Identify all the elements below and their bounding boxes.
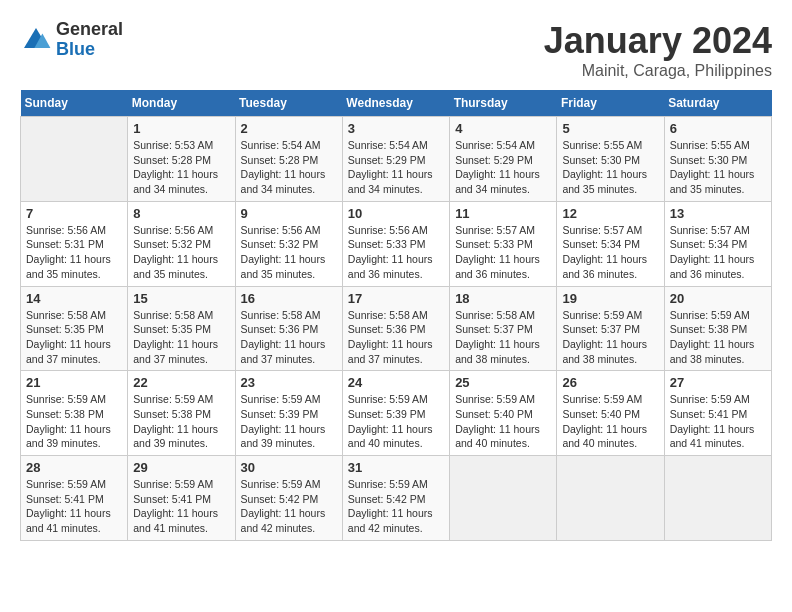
logo: General Blue [20,20,123,60]
day-number: 3 [348,121,444,136]
calendar-cell: 11 Sunrise: 5:57 AMSunset: 5:33 PMDaylig… [450,201,557,286]
weekday-row: Sunday Monday Tuesday Wednesday Thursday… [21,90,772,117]
header-thursday: Thursday [450,90,557,117]
header-tuesday: Tuesday [235,90,342,117]
day-number: 13 [670,206,766,221]
calendar-cell: 15 Sunrise: 5:58 AMSunset: 5:35 PMDaylig… [128,286,235,371]
calendar-cell: 18 Sunrise: 5:58 AMSunset: 5:37 PMDaylig… [450,286,557,371]
day-info: Sunrise: 5:56 AMSunset: 5:31 PMDaylight:… [26,223,122,282]
calendar-cell: 12 Sunrise: 5:57 AMSunset: 5:34 PMDaylig… [557,201,664,286]
day-info: Sunrise: 5:59 AMSunset: 5:40 PMDaylight:… [455,392,551,451]
day-number: 5 [562,121,658,136]
calendar-cell: 27 Sunrise: 5:59 AMSunset: 5:41 PMDaylig… [664,371,771,456]
calendar-cell: 1 Sunrise: 5:53 AMSunset: 5:28 PMDayligh… [128,117,235,202]
header-friday: Friday [557,90,664,117]
day-number: 27 [670,375,766,390]
calendar-cell: 30 Sunrise: 5:59 AMSunset: 5:42 PMDaylig… [235,456,342,541]
day-number: 10 [348,206,444,221]
calendar-cell: 26 Sunrise: 5:59 AMSunset: 5:40 PMDaylig… [557,371,664,456]
day-number: 2 [241,121,337,136]
day-number: 23 [241,375,337,390]
day-info: Sunrise: 5:59 AMSunset: 5:38 PMDaylight:… [133,392,229,451]
calendar-cell: 29 Sunrise: 5:59 AMSunset: 5:41 PMDaylig… [128,456,235,541]
day-info: Sunrise: 5:59 AMSunset: 5:37 PMDaylight:… [562,308,658,367]
day-info: Sunrise: 5:59 AMSunset: 5:38 PMDaylight:… [26,392,122,451]
day-info: Sunrise: 5:54 AMSunset: 5:28 PMDaylight:… [241,138,337,197]
calendar-cell [450,456,557,541]
calendar-cell: 7 Sunrise: 5:56 AMSunset: 5:31 PMDayligh… [21,201,128,286]
day-info: Sunrise: 5:59 AMSunset: 5:42 PMDaylight:… [241,477,337,536]
day-number: 11 [455,206,551,221]
day-number: 15 [133,291,229,306]
calendar-week-0: 1 Sunrise: 5:53 AMSunset: 5:28 PMDayligh… [21,117,772,202]
header-saturday: Saturday [664,90,771,117]
calendar-week-3: 21 Sunrise: 5:59 AMSunset: 5:38 PMDaylig… [21,371,772,456]
day-info: Sunrise: 5:55 AMSunset: 5:30 PMDaylight:… [670,138,766,197]
title-block: January 2024 Mainit, Caraga, Philippines [544,20,772,80]
day-info: Sunrise: 5:58 AMSunset: 5:35 PMDaylight:… [26,308,122,367]
calendar-cell: 19 Sunrise: 5:59 AMSunset: 5:37 PMDaylig… [557,286,664,371]
calendar-cell: 24 Sunrise: 5:59 AMSunset: 5:39 PMDaylig… [342,371,449,456]
calendar-cell: 13 Sunrise: 5:57 AMSunset: 5:34 PMDaylig… [664,201,771,286]
logo-blue: Blue [56,40,123,60]
day-number: 18 [455,291,551,306]
day-number: 4 [455,121,551,136]
calendar-week-4: 28 Sunrise: 5:59 AMSunset: 5:41 PMDaylig… [21,456,772,541]
calendar-cell [557,456,664,541]
logo-general: General [56,20,123,40]
day-info: Sunrise: 5:56 AMSunset: 5:33 PMDaylight:… [348,223,444,282]
calendar-cell: 5 Sunrise: 5:55 AMSunset: 5:30 PMDayligh… [557,117,664,202]
day-info: Sunrise: 5:54 AMSunset: 5:29 PMDaylight:… [455,138,551,197]
day-info: Sunrise: 5:59 AMSunset: 5:39 PMDaylight:… [241,392,337,451]
calendar-cell: 17 Sunrise: 5:58 AMSunset: 5:36 PMDaylig… [342,286,449,371]
calendar-cell: 28 Sunrise: 5:59 AMSunset: 5:41 PMDaylig… [21,456,128,541]
logo-icon [20,24,52,56]
calendar-cell: 20 Sunrise: 5:59 AMSunset: 5:38 PMDaylig… [664,286,771,371]
calendar-cell: 4 Sunrise: 5:54 AMSunset: 5:29 PMDayligh… [450,117,557,202]
day-info: Sunrise: 5:56 AMSunset: 5:32 PMDaylight:… [133,223,229,282]
calendar-cell: 3 Sunrise: 5:54 AMSunset: 5:29 PMDayligh… [342,117,449,202]
calendar-cell: 31 Sunrise: 5:59 AMSunset: 5:42 PMDaylig… [342,456,449,541]
day-info: Sunrise: 5:57 AMSunset: 5:33 PMDaylight:… [455,223,551,282]
calendar-cell: 21 Sunrise: 5:59 AMSunset: 5:38 PMDaylig… [21,371,128,456]
location: Mainit, Caraga, Philippines [544,62,772,80]
day-number: 17 [348,291,444,306]
day-info: Sunrise: 5:57 AMSunset: 5:34 PMDaylight:… [670,223,766,282]
day-number: 1 [133,121,229,136]
calendar-table: Sunday Monday Tuesday Wednesday Thursday… [20,90,772,541]
day-number: 12 [562,206,658,221]
header-monday: Monday [128,90,235,117]
calendar-cell: 10 Sunrise: 5:56 AMSunset: 5:33 PMDaylig… [342,201,449,286]
calendar-cell [664,456,771,541]
day-number: 28 [26,460,122,475]
day-info: Sunrise: 5:54 AMSunset: 5:29 PMDaylight:… [348,138,444,197]
page-header: General Blue January 2024 Mainit, Caraga… [20,20,772,80]
calendar-cell: 8 Sunrise: 5:56 AMSunset: 5:32 PMDayligh… [128,201,235,286]
calendar-cell: 2 Sunrise: 5:54 AMSunset: 5:28 PMDayligh… [235,117,342,202]
calendar-cell: 22 Sunrise: 5:59 AMSunset: 5:38 PMDaylig… [128,371,235,456]
calendar-cell [21,117,128,202]
day-info: Sunrise: 5:59 AMSunset: 5:39 PMDaylight:… [348,392,444,451]
day-number: 21 [26,375,122,390]
logo-text: General Blue [56,20,123,60]
day-number: 29 [133,460,229,475]
day-info: Sunrise: 5:59 AMSunset: 5:40 PMDaylight:… [562,392,658,451]
calendar-cell: 23 Sunrise: 5:59 AMSunset: 5:39 PMDaylig… [235,371,342,456]
day-info: Sunrise: 5:58 AMSunset: 5:35 PMDaylight:… [133,308,229,367]
day-info: Sunrise: 5:56 AMSunset: 5:32 PMDaylight:… [241,223,337,282]
day-info: Sunrise: 5:59 AMSunset: 5:41 PMDaylight:… [26,477,122,536]
calendar-cell: 9 Sunrise: 5:56 AMSunset: 5:32 PMDayligh… [235,201,342,286]
day-info: Sunrise: 5:53 AMSunset: 5:28 PMDaylight:… [133,138,229,197]
header-sunday: Sunday [21,90,128,117]
day-number: 26 [562,375,658,390]
day-info: Sunrise: 5:58 AMSunset: 5:37 PMDaylight:… [455,308,551,367]
calendar-cell: 6 Sunrise: 5:55 AMSunset: 5:30 PMDayligh… [664,117,771,202]
day-number: 7 [26,206,122,221]
day-number: 6 [670,121,766,136]
day-number: 19 [562,291,658,306]
day-number: 9 [241,206,337,221]
calendar-cell: 25 Sunrise: 5:59 AMSunset: 5:40 PMDaylig… [450,371,557,456]
day-number: 31 [348,460,444,475]
header-wednesday: Wednesday [342,90,449,117]
calendar-cell: 14 Sunrise: 5:58 AMSunset: 5:35 PMDaylig… [21,286,128,371]
